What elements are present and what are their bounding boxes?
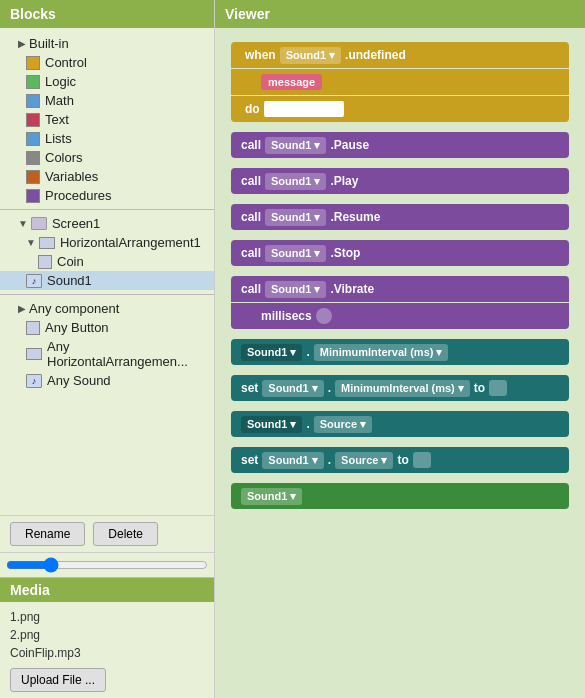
- horiz-arrangement-item[interactable]: ▼ HorizontalArrangement1: [0, 233, 214, 252]
- any-triangle: ▶: [18, 303, 26, 314]
- coin-label: Coin: [57, 254, 84, 269]
- sound1-icon: ♪: [26, 274, 42, 288]
- horizontal-scrollbar[interactable]: [6, 557, 208, 573]
- sound1-resume-dropdown[interactable]: Sound1 ▾: [265, 209, 326, 226]
- dot-label-2: .: [328, 381, 331, 395]
- sound1-dropdown-when[interactable]: Sound1 ▾: [280, 47, 341, 64]
- source-set-prop[interactable]: Source ▾: [335, 452, 393, 469]
- call-label-4: call: [241, 246, 261, 260]
- upload-button[interactable]: Upload File ...: [10, 668, 106, 692]
- mininterval-set-prop[interactable]: MinimumInterval (ms) ▾: [335, 380, 470, 397]
- do-slot: [264, 101, 344, 117]
- viewer-header: Viewer: [215, 0, 585, 28]
- call-label-3: call: [241, 210, 261, 224]
- mininterval-prop[interactable]: MinimumInterval (ms) ▾: [314, 344, 449, 361]
- builtin-logic[interactable]: Logic: [0, 72, 214, 91]
- builtin-lists[interactable]: Lists: [0, 129, 214, 148]
- coin-icon: [38, 255, 52, 269]
- sound1-source-dropdown[interactable]: Sound1 ▾: [241, 416, 302, 433]
- math-color-block: [26, 94, 40, 108]
- builtin-math[interactable]: Math: [0, 91, 214, 110]
- bottom-buttons: Rename Delete: [0, 515, 214, 552]
- media-header: Media: [0, 578, 214, 602]
- get-source-block[interactable]: Sound1 ▾ . Source ▾: [231, 411, 569, 437]
- any-button-item[interactable]: Any Button: [0, 318, 214, 337]
- screen1-icon: [31, 217, 47, 230]
- builtin-label: Built-in: [29, 36, 69, 51]
- call-pause-block[interactable]: call Sound1 ▾ .Pause: [231, 132, 569, 158]
- builtin-variables[interactable]: Variables: [0, 167, 214, 186]
- set-mininterval-block[interactable]: set Sound1 ▾ . MinimumInterval (ms) ▾ to: [231, 375, 569, 401]
- play-label: .Play: [330, 174, 358, 188]
- source-prop[interactable]: Source ▾: [314, 416, 372, 433]
- sound1-vibrate-dropdown[interactable]: Sound1 ▾: [265, 281, 326, 298]
- sound1-component-block[interactable]: Sound1 ▾: [231, 483, 569, 509]
- blocks-header: Blocks: [0, 0, 214, 28]
- control-color-block: [26, 56, 40, 70]
- blocks-section: ▶ Built-in Control Logic Math Text Lists…: [0, 28, 214, 515]
- sound1-set-source-dropdown[interactable]: Sound1 ▾: [262, 452, 323, 469]
- screen1-label: Screen1: [52, 216, 100, 231]
- coin-item[interactable]: Coin: [0, 252, 214, 271]
- builtin-procedures[interactable]: Procedures: [0, 186, 214, 205]
- lists-label: Lists: [45, 131, 72, 146]
- any-horiz-item[interactable]: Any HorizontalArrangemen...: [0, 337, 214, 371]
- vibrate-group: call Sound1 ▾ .Vibrate millisecs: [231, 276, 569, 329]
- colors-color-block: [26, 151, 40, 165]
- to-label-2: to: [397, 453, 408, 467]
- get-mininterval-block[interactable]: Sound1 ▾ . MinimumInterval (ms) ▾: [231, 339, 569, 365]
- screen1-item[interactable]: ▼ Screen1: [0, 214, 214, 233]
- any-sound-item[interactable]: ♪ Any Sound: [0, 371, 214, 390]
- when-block-group: when Sound1 ▾ .undefined message do: [231, 42, 569, 122]
- any-sound-icon: ♪: [26, 374, 42, 388]
- pause-label: .Pause: [330, 138, 369, 152]
- sound1-item[interactable]: ♪ Sound1: [0, 271, 214, 290]
- math-label: Math: [45, 93, 74, 108]
- sound1-stop-dropdown[interactable]: Sound1 ▾: [265, 245, 326, 262]
- set-label-1: set: [241, 381, 258, 395]
- right-panel: Viewer when Sound1 ▾ .undefined message …: [215, 0, 585, 698]
- horiz-triangle: ▼: [26, 237, 36, 248]
- rename-button[interactable]: Rename: [10, 522, 85, 546]
- text-label: Text: [45, 112, 69, 127]
- do-row: do: [231, 96, 569, 122]
- any-horiz-label: Any HorizontalArrangemen...: [47, 339, 208, 369]
- undefined-label: .undefined: [345, 48, 406, 62]
- message-block: message: [261, 74, 322, 90]
- builtin-text[interactable]: Text: [0, 110, 214, 129]
- stop-label: .Stop: [330, 246, 360, 260]
- builtin-section[interactable]: ▶ Built-in: [0, 34, 214, 53]
- call-label-5: call: [241, 282, 261, 296]
- call-vibrate-block[interactable]: call Sound1 ▾ .Vibrate: [231, 276, 569, 302]
- divider2: [0, 294, 214, 295]
- call-resume-block[interactable]: call Sound1 ▾ .Resume: [231, 204, 569, 230]
- media-section: Media 1.png 2.png CoinFlip.mp3 Upload Fi…: [0, 577, 214, 698]
- logic-color-block: [26, 75, 40, 89]
- builtin-colors[interactable]: Colors: [0, 148, 214, 167]
- sound1-comp-dropdown[interactable]: Sound1 ▾: [241, 488, 302, 505]
- when-block[interactable]: when Sound1 ▾ .undefined: [231, 42, 569, 68]
- media-file-coinflip: CoinFlip.mp3: [10, 644, 204, 662]
- viewer-content: when Sound1 ▾ .undefined message do call…: [215, 28, 585, 698]
- set-source-block[interactable]: set Sound1 ▾ . Source ▾ to: [231, 447, 569, 473]
- sound1-pause-dropdown[interactable]: Sound1 ▾: [265, 137, 326, 154]
- set-label-2: set: [241, 453, 258, 467]
- call-label-1: call: [241, 138, 261, 152]
- call-play-block[interactable]: call Sound1 ▾ .Play: [231, 168, 569, 194]
- vibrate-label: .Vibrate: [330, 282, 374, 296]
- do-label: do: [245, 102, 260, 116]
- any-component-label: Any component: [29, 301, 119, 316]
- variables-color-block: [26, 170, 40, 184]
- sound1-set-mininterval-dropdown[interactable]: Sound1 ▾: [262, 380, 323, 397]
- mininterval-to-slot: [489, 380, 507, 396]
- builtin-control[interactable]: Control: [0, 53, 214, 72]
- sound1-play-dropdown[interactable]: Sound1 ▾: [265, 173, 326, 190]
- sound1-label: Sound1: [47, 273, 92, 288]
- sound1-mininterval-dropdown[interactable]: Sound1 ▾: [241, 344, 302, 361]
- horiz-icon: [39, 237, 55, 249]
- call-stop-block[interactable]: call Sound1 ▾ .Stop: [231, 240, 569, 266]
- any-component-item[interactable]: ▶ Any component: [0, 299, 214, 318]
- procedures-color-block: [26, 189, 40, 203]
- triangle-icon: ▶: [18, 38, 26, 49]
- delete-button[interactable]: Delete: [93, 522, 158, 546]
